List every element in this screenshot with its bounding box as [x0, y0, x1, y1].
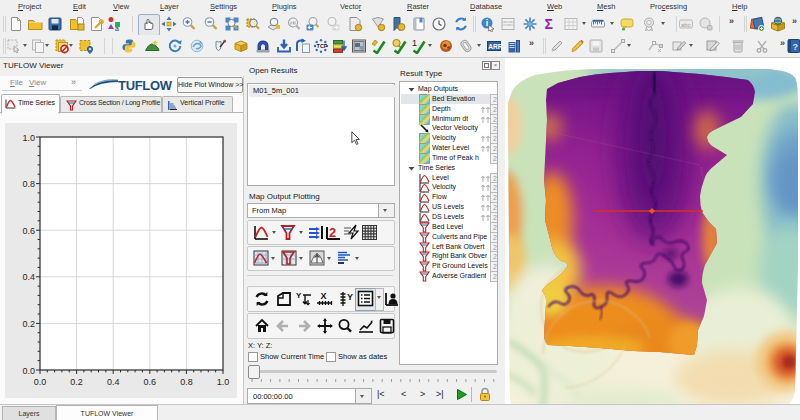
- svg-text:ARR: ARR: [488, 43, 502, 50]
- svg-text:2: 2: [329, 225, 336, 240]
- svg-text:0.6: 0.6: [144, 377, 157, 387]
- svg-text:Σ: Σ: [545, 16, 553, 32]
- svg-text:1.0: 1.0: [22, 133, 35, 143]
- svg-text:0.8: 0.8: [180, 377, 193, 387]
- svg-text:i: i: [486, 18, 489, 28]
- svg-text:0.4: 0.4: [107, 377, 120, 387]
- svg-text:0.0: 0.0: [22, 366, 35, 376]
- svg-text:TCF: TCF: [317, 43, 328, 49]
- svg-text:1: 1: [412, 38, 417, 48]
- svg-text:X: X: [321, 291, 327, 301]
- svg-text:Y: Y: [296, 291, 302, 300]
- svg-text:1.0: 1.0: [217, 377, 230, 387]
- svg-text:0.2: 0.2: [70, 377, 83, 387]
- svg-text:0.8: 0.8: [22, 179, 35, 189]
- svg-text:0.2: 0.2: [22, 319, 35, 329]
- svg-text:a: a: [115, 25, 119, 32]
- svg-text:0.0: 0.0: [34, 377, 47, 387]
- svg-text:0.4: 0.4: [22, 272, 35, 282]
- svg-text:?: ?: [793, 42, 799, 52]
- svg-text:abc: abc: [681, 22, 691, 28]
- svg-text:Y: Y: [347, 292, 353, 302]
- svg-text:0.6: 0.6: [22, 226, 35, 236]
